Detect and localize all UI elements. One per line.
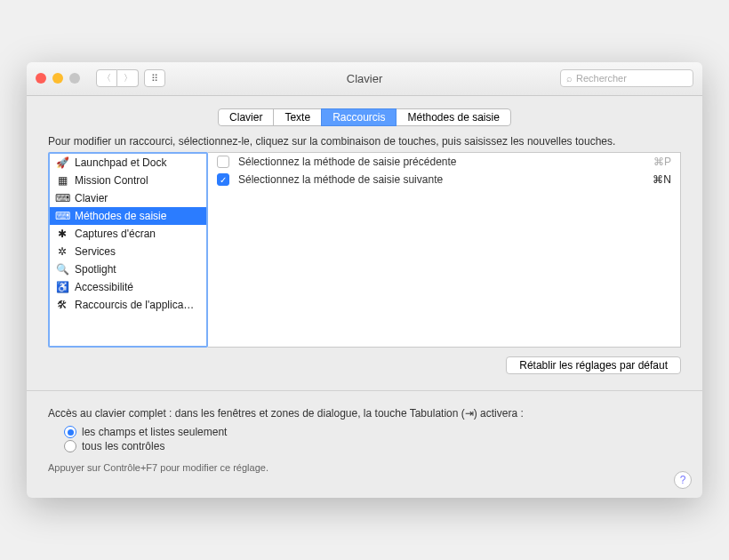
radio-label: les champs et listes seulement bbox=[82, 426, 227, 438]
minimize-icon[interactable] bbox=[52, 73, 63, 84]
panels: 🚀Launchpad et Dock ▦Mission Control ⌨Cla… bbox=[48, 152, 681, 348]
shortcut-row[interactable]: Sélectionnez la méthode de saisie précéd… bbox=[208, 153, 680, 171]
category-input-methods[interactable]: ⌨Méthodes de saisie bbox=[50, 207, 206, 225]
radio-all-controls[interactable]: tous les contrôles bbox=[64, 439, 681, 453]
keyboard-icon: ⌨ bbox=[55, 191, 69, 205]
titlebar: 〈 〉 ⠿ Clavier ⌕ Rechercher bbox=[27, 62, 702, 96]
restore-defaults-button[interactable]: Rétablir les réglages par défaut bbox=[506, 356, 681, 374]
instruction-text: Pour modifier un raccourci, sélectionnez… bbox=[48, 135, 681, 149]
tab-methodes[interactable]: Méthodes de saisie bbox=[396, 108, 510, 126]
tab-raccourcis[interactable]: Raccourcis bbox=[321, 108, 397, 126]
radio-group: les champs et listes seulement tous les … bbox=[64, 425, 681, 453]
accessibility-icon: ♿ bbox=[55, 280, 69, 294]
mission-control-icon: ▦ bbox=[55, 173, 69, 188]
hint-text: Appuyer sur Contrôle+F7 pour modifier ce… bbox=[48, 462, 681, 473]
show-all-button[interactable]: ⠿ bbox=[144, 69, 165, 87]
category-accessibility[interactable]: ♿Accessibilité bbox=[50, 278, 206, 296]
shortcut-checkbox[interactable]: ✓ bbox=[217, 173, 229, 186]
category-services[interactable]: ✲Services bbox=[50, 243, 206, 260]
back-button[interactable]: 〈 bbox=[96, 69, 117, 87]
shortcut-row[interactable]: ✓ Sélectionnez la méthode de saisie suiv… bbox=[208, 171, 680, 188]
nav-buttons: 〈 〉 bbox=[96, 69, 139, 87]
shortcut-list[interactable]: Sélectionnez la méthode de saisie précéd… bbox=[208, 152, 681, 348]
category-app-shortcuts[interactable]: 🛠Raccourcis de l'applica… bbox=[50, 296, 206, 314]
category-mission-control[interactable]: ▦Mission Control bbox=[50, 172, 206, 189]
traffic-lights bbox=[36, 73, 80, 84]
radio-button-icon bbox=[64, 440, 76, 452]
category-clavier[interactable]: ⌨Clavier bbox=[50, 189, 206, 207]
search-icon: ⌕ bbox=[566, 73, 573, 84]
category-launchpad[interactable]: 🚀Launchpad et Dock bbox=[50, 154, 206, 172]
tab-texte[interactable]: Texte bbox=[273, 108, 322, 126]
radio-button-icon bbox=[64, 426, 76, 438]
restore-row: Rétablir les réglages par défaut bbox=[48, 356, 681, 374]
tab-bar: Clavier Texte Raccourcis Méthodes de sai… bbox=[48, 108, 681, 126]
category-spotlight[interactable]: 🔍Spotlight bbox=[50, 260, 206, 278]
preferences-window: 〈 〉 ⠿ Clavier ⌕ Rechercher Clavier Texte… bbox=[27, 62, 702, 499]
shortcut-label: Sélectionnez la méthode de saisie précéd… bbox=[238, 156, 645, 168]
shortcut-checkbox[interactable] bbox=[217, 156, 229, 168]
search-placeholder: Rechercher bbox=[576, 73, 627, 84]
separator bbox=[27, 390, 702, 391]
services-icon: ✲ bbox=[55, 244, 69, 259]
category-screenshots[interactable]: ✱Captures d'écran bbox=[50, 225, 206, 243]
zoom-icon[interactable] bbox=[69, 73, 80, 84]
radio-label: tous les contrôles bbox=[82, 440, 164, 452]
spotlight-icon: 🔍 bbox=[55, 262, 69, 276]
app-shortcuts-icon: 🛠 bbox=[55, 298, 69, 312]
tab-clavier[interactable]: Clavier bbox=[218, 108, 274, 126]
shortcut-label: Sélectionnez la méthode de saisie suivan… bbox=[238, 173, 644, 186]
launchpad-icon: 🚀 bbox=[55, 156, 69, 170]
radio-fields-only[interactable]: les champs et listes seulement bbox=[64, 425, 681, 439]
forward-button[interactable]: 〉 bbox=[117, 69, 139, 87]
category-list[interactable]: 🚀Launchpad et Dock ▦Mission Control ⌨Cla… bbox=[48, 152, 208, 348]
input-methods-icon: ⌨ bbox=[55, 209, 69, 223]
shortcut-key[interactable]: ⌘N bbox=[653, 173, 671, 186]
content: Clavier Texte Raccourcis Méthodes de sai… bbox=[27, 96, 702, 492]
screenshot-icon: ✱ bbox=[55, 227, 69, 241]
shortcut-key[interactable]: ⌘P bbox=[653, 156, 671, 168]
search-input[interactable]: ⌕ Rechercher bbox=[560, 69, 693, 87]
full-keyboard-access-label: Accès au clavier complet : dans les fenê… bbox=[48, 407, 681, 420]
close-icon[interactable] bbox=[36, 73, 46, 84]
